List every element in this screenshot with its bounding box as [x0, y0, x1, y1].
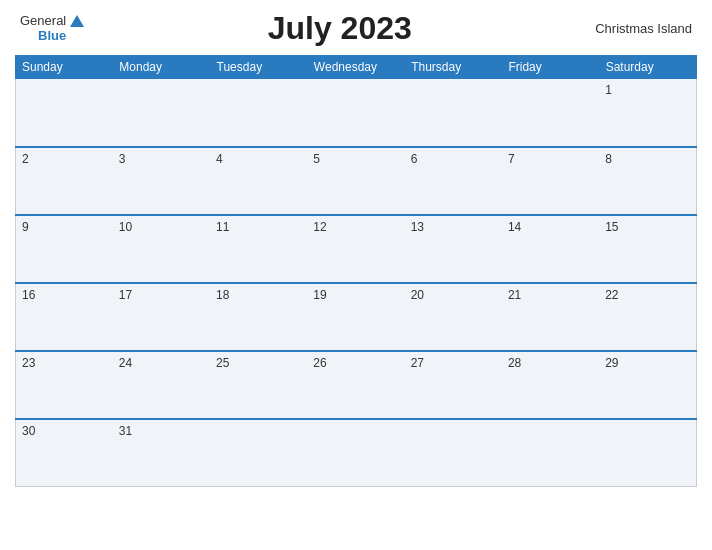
calendar-cell: 3	[113, 147, 210, 215]
calendar-cell: 6	[405, 147, 502, 215]
header-monday: Monday	[113, 56, 210, 79]
day-number: 26	[313, 356, 326, 370]
day-number: 3	[119, 152, 126, 166]
header-sunday: Sunday	[16, 56, 113, 79]
day-number: 30	[22, 424, 35, 438]
day-number: 29	[605, 356, 618, 370]
day-number: 8	[605, 152, 612, 166]
day-number: 15	[605, 220, 618, 234]
header-tuesday: Tuesday	[210, 56, 307, 79]
calendar-header: General Blue July 2023 Christmas Island	[15, 10, 697, 47]
day-number: 23	[22, 356, 35, 370]
week-row-3: 9101112131415	[16, 215, 697, 283]
calendar-cell: 13	[405, 215, 502, 283]
day-number: 24	[119, 356, 132, 370]
calendar-cell: 20	[405, 283, 502, 351]
day-number: 11	[216, 220, 229, 234]
week-row-5: 23242526272829	[16, 351, 697, 419]
calendar-cell	[405, 79, 502, 147]
day-number: 7	[508, 152, 515, 166]
header-friday: Friday	[502, 56, 599, 79]
month-year-title: July 2023	[84, 10, 595, 47]
calendar-cell: 23	[16, 351, 113, 419]
calendar-cell: 14	[502, 215, 599, 283]
calendar-cell: 25	[210, 351, 307, 419]
day-number: 19	[313, 288, 326, 302]
day-number: 5	[313, 152, 320, 166]
calendar-cell: 5	[307, 147, 404, 215]
calendar-cell	[405, 419, 502, 487]
day-number: 16	[22, 288, 35, 302]
day-number: 27	[411, 356, 424, 370]
calendar-cell	[210, 79, 307, 147]
calendar-cell: 10	[113, 215, 210, 283]
calendar-cell: 26	[307, 351, 404, 419]
calendar-cell: 2	[16, 147, 113, 215]
day-number: 22	[605, 288, 618, 302]
day-number: 13	[411, 220, 424, 234]
logo: General Blue	[20, 14, 84, 43]
week-row-2: 2345678	[16, 147, 697, 215]
day-number: 1	[605, 83, 612, 97]
calendar-cell	[307, 419, 404, 487]
calendar-cell	[113, 79, 210, 147]
calendar-cell: 27	[405, 351, 502, 419]
calendar-cell: 8	[599, 147, 696, 215]
day-number: 12	[313, 220, 326, 234]
logo-general-text: General	[20, 14, 66, 28]
location-label: Christmas Island	[595, 21, 692, 36]
week-row-4: 16171819202122	[16, 283, 697, 351]
calendar-cell	[210, 419, 307, 487]
calendar-cell: 24	[113, 351, 210, 419]
logo-blue-text: Blue	[38, 29, 66, 43]
calendar-cell: 17	[113, 283, 210, 351]
calendar-cell: 1	[599, 79, 696, 147]
week-row-1: 1	[16, 79, 697, 147]
calendar-cell: 31	[113, 419, 210, 487]
day-number: 6	[411, 152, 418, 166]
calendar-cell: 15	[599, 215, 696, 283]
calendar-cell: 18	[210, 283, 307, 351]
week-row-6: 3031	[16, 419, 697, 487]
header-thursday: Thursday	[405, 56, 502, 79]
calendar-cell: 29	[599, 351, 696, 419]
header-wednesday: Wednesday	[307, 56, 404, 79]
calendar-cell: 19	[307, 283, 404, 351]
day-number: 25	[216, 356, 229, 370]
calendar-cell	[599, 419, 696, 487]
calendar-cell: 11	[210, 215, 307, 283]
calendar-cell: 30	[16, 419, 113, 487]
calendar-cell	[307, 79, 404, 147]
day-number: 14	[508, 220, 521, 234]
day-number: 4	[216, 152, 223, 166]
days-header-row: Sunday Monday Tuesday Wednesday Thursday…	[16, 56, 697, 79]
calendar-cell: 28	[502, 351, 599, 419]
calendar-cell: 16	[16, 283, 113, 351]
calendar-cell: 9	[16, 215, 113, 283]
day-number: 28	[508, 356, 521, 370]
calendar-cell: 12	[307, 215, 404, 283]
day-number: 17	[119, 288, 132, 302]
day-number: 21	[508, 288, 521, 302]
day-number: 18	[216, 288, 229, 302]
header-saturday: Saturday	[599, 56, 696, 79]
calendar-grid: Sunday Monday Tuesday Wednesday Thursday…	[15, 55, 697, 487]
calendar-cell	[16, 79, 113, 147]
day-number: 10	[119, 220, 132, 234]
calendar-cell: 7	[502, 147, 599, 215]
logo-triangle-icon	[70, 15, 84, 27]
calendar-cell: 4	[210, 147, 307, 215]
day-number: 31	[119, 424, 132, 438]
calendar-container: General Blue July 2023 Christmas Island …	[0, 0, 712, 550]
day-number: 2	[22, 152, 29, 166]
calendar-cell	[502, 419, 599, 487]
day-number: 9	[22, 220, 29, 234]
calendar-cell	[502, 79, 599, 147]
calendar-cell: 22	[599, 283, 696, 351]
day-number: 20	[411, 288, 424, 302]
calendar-cell: 21	[502, 283, 599, 351]
